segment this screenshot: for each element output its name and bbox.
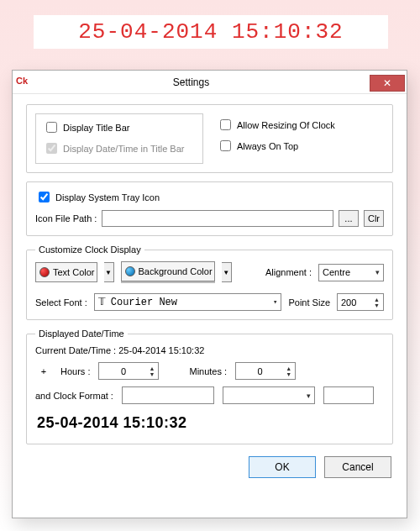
point-size-value: 200: [341, 297, 356, 308]
ok-button[interactable]: OK: [249, 456, 316, 478]
alignment-label: Alignment :: [265, 267, 312, 277]
browse-button[interactable]: ...: [339, 210, 359, 227]
spinner-up-icon[interactable]: ▲: [150, 365, 155, 371]
icon-path-label: Icon File Path :: [35, 213, 97, 223]
settings-dialog: Ck Settings ✕ Display Title Bar Display …: [12, 70, 407, 518]
display-dt-in-titlebar-checkbox[interactable]: Display Date/Time in Title Bar: [43, 140, 196, 156]
display-tray-icon-input[interactable]: [39, 192, 50, 202]
bg-color-dropdown[interactable]: ▼: [222, 262, 232, 282]
cancel-button[interactable]: Cancel: [324, 456, 391, 478]
always-on-top-input[interactable]: [220, 140, 231, 151]
display-titlebar-input[interactable]: [46, 122, 57, 133]
bg-color-label: Background Color: [139, 266, 213, 276]
chevron-down-icon: ▾: [307, 392, 311, 400]
always-on-top-checkbox[interactable]: Always On Top: [217, 138, 384, 154]
spinner-up-icon[interactable]: ▲: [374, 297, 380, 302]
allow-resize-checkbox[interactable]: Allow Resizing Of Clock: [217, 117, 384, 133]
palette-icon: [39, 267, 50, 277]
text-color-dropdown[interactable]: ▼: [104, 262, 114, 282]
display-dt-in-titlebar-label: Display Date/Time in Title Bar: [63, 144, 184, 154]
minutes-label: Minutes :: [189, 366, 227, 376]
allow-resize-input[interactable]: [220, 119, 231, 130]
close-button[interactable]: ✕: [370, 75, 405, 92]
display-titlebar-label: Display Title Bar: [63, 123, 129, 133]
display-tray-icon-checkbox[interactable]: Display System Tray Icon: [35, 189, 384, 205]
format-input-1[interactable]: [122, 386, 214, 404]
spinner-down-icon[interactable]: ▼: [150, 371, 155, 377]
alignment-value: Centre: [323, 267, 350, 277]
tray-icon-group: Display System Tray Icon Icon File Path …: [26, 181, 393, 236]
titlebar-options-group: Display Title Bar Display Date/Time in T…: [26, 104, 393, 173]
format-input-3[interactable]: [323, 386, 374, 404]
plus-label: +: [35, 366, 52, 376]
hours-spinner[interactable]: 0 ▲▼: [98, 362, 159, 380]
palette-icon: [125, 266, 135, 276]
close-icon: ✕: [383, 77, 391, 89]
display-tray-icon-label: Display System Tray Icon: [55, 192, 160, 202]
font-select[interactable]: 𝕋 Courier New ▾: [94, 293, 282, 311]
select-font-label: Select Font :: [35, 297, 87, 308]
allow-resize-label: Allow Resizing Of Clock: [237, 120, 335, 130]
font-value: Courier New: [111, 297, 177, 308]
text-color-label: Text Color: [53, 267, 95, 277]
clock-format-label: and Clock Format :: [35, 391, 113, 401]
hours-value: 0: [102, 366, 144, 376]
font-icon: 𝕋: [98, 296, 106, 308]
bg-color-button[interactable]: Background Color: [121, 261, 215, 283]
point-size-label: Point Size: [288, 297, 330, 308]
icon-path-input[interactable]: [102, 210, 333, 227]
point-size-spinner[interactable]: 200 ▲▼: [337, 293, 384, 311]
spinner-down-icon[interactable]: ▼: [286, 371, 291, 377]
customize-legend: Customize Clock Display: [35, 244, 144, 255]
format-preview: 25-04-2014 15:10:32: [37, 414, 384, 432]
current-datetime-label: Current Date/Time : 25-04-2014 15:10:32: [35, 345, 384, 355]
alignment-select[interactable]: Centre ▾: [318, 264, 384, 281]
app-id: Ck: [16, 76, 28, 86]
chevron-down-icon: ▾: [375, 268, 380, 276]
chevron-down-icon: ▾: [273, 297, 277, 307]
displayed-datetime-group: Displayed Date/Time Current Date/Time : …: [26, 329, 393, 444]
datetime-legend: Displayed Date/Time: [35, 329, 128, 339]
hours-label: Hours :: [60, 366, 90, 376]
display-dt-in-titlebar-input[interactable]: [46, 143, 57, 154]
always-on-top-label: Always On Top: [237, 141, 298, 151]
display-titlebar-checkbox[interactable]: Display Title Bar: [43, 119, 196, 135]
customize-clock-group: Customize Clock Display Text Color ▼ Bac…: [26, 244, 393, 320]
spinner-up-icon[interactable]: ▲: [286, 365, 291, 371]
clear-button[interactable]: Clr: [364, 210, 384, 227]
desktop-clock-display: 25-04-2014 15:10:32: [34, 15, 388, 49]
spinner-down-icon[interactable]: ▼: [374, 302, 380, 308]
dialog-title: Settings: [13, 76, 370, 88]
text-color-button[interactable]: Text Color: [35, 262, 97, 282]
titlebar: Ck Settings ✕: [13, 71, 407, 94]
minutes-spinner[interactable]: 0 ▲▼: [235, 362, 296, 380]
minutes-value: 0: [239, 366, 281, 376]
format-combo[interactable]: ▾: [223, 386, 315, 404]
